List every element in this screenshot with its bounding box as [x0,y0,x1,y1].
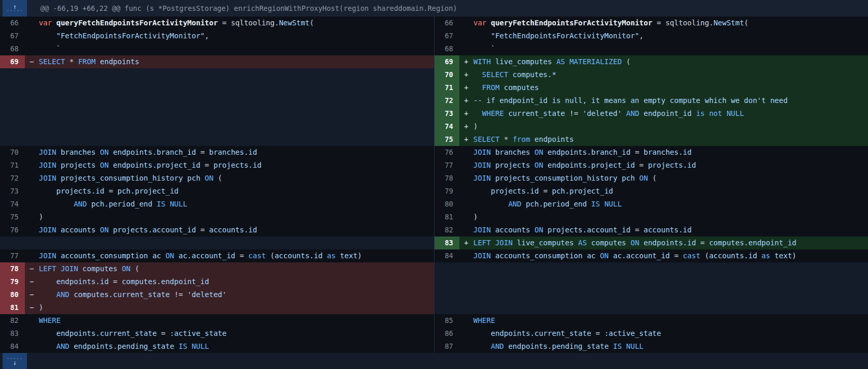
line-number[interactable]: 69 [435,55,459,68]
line-number[interactable]: 74 [0,198,25,211]
line-number[interactable]: 75 [435,133,459,146]
line-number [435,262,459,275]
line-number [435,288,459,301]
diff-row: 71+ FROM computes [435,81,868,94]
diff-row: 78JOIN projects_consumption_history pch … [435,172,868,185]
line-number[interactable]: 77 [0,249,25,262]
diff-row: 82WHERE [0,314,434,327]
code-line: WHERE [459,314,868,327]
code-line: − AND computes.current_state != 'deleted… [25,288,434,301]
line-number[interactable]: 74 [435,120,459,133]
diff-row: 67 "FetchEndpointsForActivityMonitor", [435,29,868,42]
line-number[interactable]: 67 [0,29,25,42]
diff-row: 79 projects.id = pch.project_id [435,185,868,198]
diff-row: 83 endpoints.current_state = :active_sta… [0,327,434,340]
code-line [459,288,868,301]
code-line: − endpoints.id = computes.endpoint_id [25,275,434,288]
added-marker: + [464,237,473,249]
added-marker: + [464,133,473,146]
code-line: + WHERE current_state != 'deleted' AND e… [459,107,868,120]
code-line [459,275,868,288]
code-line: JOIN accounts_consumption ac ON ac.accou… [25,249,434,262]
line-number[interactable]: 71 [0,159,25,172]
code-line: JOIN accounts ON projects.account_id = a… [459,224,868,237]
code-line [25,68,434,81]
removed-marker: − [30,55,39,68]
line-number[interactable]: 76 [0,224,25,237]
line-number[interactable]: 84 [435,249,459,262]
diff-row [435,262,868,275]
code-line: AND pch.period_end IS NULL [25,198,434,211]
line-number[interactable]: 81 [0,301,25,314]
diff-row: 71JOIN projects ON endpoints.project_id … [0,159,434,172]
line-number[interactable]: 79 [0,275,25,288]
code-line [459,262,868,275]
line-number[interactable]: 73 [435,107,459,120]
line-number[interactable]: 66 [0,17,25,29]
line-number[interactable]: 85 [435,314,459,327]
diff-row: 67 "FetchEndpointsForActivityMonitor", [0,29,434,42]
dotted-line-icon: ····· [6,9,23,12]
code-line [25,107,434,120]
diff-row [435,275,868,288]
diff-row: 77JOIN accounts_consumption ac ON ac.acc… [0,249,434,262]
diff-row [0,133,434,146]
line-number[interactable]: 68 [435,42,459,55]
line-number[interactable]: 83 [0,327,25,340]
line-number[interactable]: 67 [435,29,459,42]
line-number[interactable]: 86 [435,327,459,340]
line-number [0,120,25,133]
code-line: AND pch.period_end IS NULL [459,198,868,211]
line-number[interactable]: 70 [435,68,459,81]
line-number[interactable]: 66 [435,17,459,29]
diff-row: 66var queryFetchEndpointsForActivityMoni… [0,17,434,29]
line-number [0,81,25,94]
line-number[interactable]: 70 [0,146,25,159]
removed-marker: − [30,262,39,275]
expand-up-button[interactable]: ↑ ····· [3,0,27,17]
line-number[interactable]: 69 [0,55,25,68]
line-number[interactable]: 71 [435,81,459,94]
line-number [435,301,459,314]
code-line: +WITH live_computes AS MATERIALIZED ( [459,55,868,68]
diff-row [0,120,434,133]
line-number[interactable]: 72 [0,172,25,185]
diff-row: 69−SELECT * FROM endpoints [0,55,434,68]
line-number[interactable]: 83 [435,237,459,249]
expand-down-button[interactable]: ····· ↓ [3,353,27,369]
line-number[interactable]: 82 [0,314,25,327]
line-number[interactable]: 72 [435,94,459,107]
diff-row: 69+WITH live_computes AS MATERIALIZED ( [435,55,868,68]
diff-row: 83+LEFT JOIN live_computes AS computes O… [435,237,868,249]
diff-pane-old: 66var queryFetchEndpointsForActivityMoni… [0,17,434,353]
line-number[interactable]: 78 [0,262,25,275]
line-number[interactable]: 73 [0,185,25,198]
line-number[interactable]: 79 [435,185,459,198]
line-number[interactable]: 78 [435,172,459,185]
line-number[interactable]: 80 [0,288,25,301]
removed-marker: − [30,288,39,301]
code-line [25,120,434,133]
code-line: var queryFetchEndpointsForActivityMonito… [459,17,868,29]
code-line: ) [25,211,434,224]
line-number[interactable]: 82 [435,224,459,237]
code-line: ) [459,211,868,224]
code-line: ` [25,42,434,55]
diff-row [0,68,434,81]
code-line [25,94,434,107]
line-number[interactable]: 77 [435,159,459,172]
code-line: AND endpoints.pending_state IS NULL [459,340,868,353]
diff-row: 75+SELECT * from endpoints [435,133,868,146]
code-line: +SELECT * from endpoints [459,133,868,146]
line-number[interactable]: 76 [435,146,459,159]
diff-row [0,94,434,107]
line-number[interactable]: 68 [0,42,25,55]
code-line: JOIN projects_consumption_history pch ON… [459,172,868,185]
line-number[interactable]: 87 [435,340,459,353]
line-number[interactable]: 84 [0,340,25,353]
code-line: JOIN accounts ON projects.account_id = a… [25,224,434,237]
line-number[interactable]: 80 [435,198,459,211]
line-number[interactable]: 75 [0,211,25,224]
line-number[interactable]: 81 [435,211,459,224]
code-line: + FROM computes [459,81,868,94]
